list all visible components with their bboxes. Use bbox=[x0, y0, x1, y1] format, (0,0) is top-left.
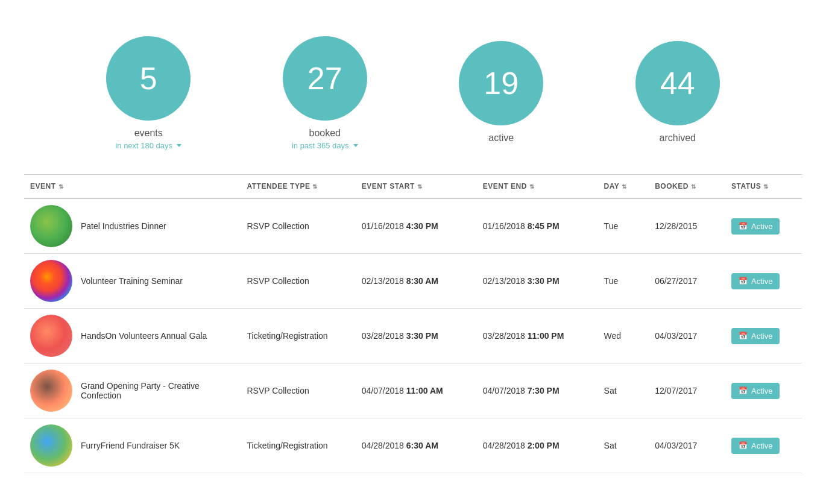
event-cell: Grand Opening Party - Creative Confectio… bbox=[24, 364, 241, 418]
booked-cell: 04/03/2017 bbox=[649, 418, 725, 473]
event-start-cell: 03/28/2018 3:30 PM bbox=[356, 309, 477, 364]
calendar-icon: 📅 bbox=[739, 277, 748, 285]
event-end-cell: 03/28/2018 11:00 PM bbox=[477, 309, 598, 364]
table-row[interactable]: HandsOn Volunteers Annual GalaTicketing/… bbox=[24, 309, 802, 364]
start-time: 3:30 PM bbox=[406, 331, 438, 341]
event-name: HandsOn Volunteers Annual Gala bbox=[81, 331, 207, 341]
event-start-cell: 04/07/2018 11:00 AM bbox=[356, 364, 477, 418]
chevron-down-icon bbox=[353, 144, 358, 147]
col-header-booked[interactable]: BOOKED⇅ bbox=[649, 175, 725, 199]
stat-circle-events: 5 bbox=[106, 36, 191, 121]
stat-number-events: 5 bbox=[140, 60, 157, 96]
event-end-cell: 04/07/2018 7:30 PM bbox=[477, 364, 598, 418]
calendar-icon: 📅 bbox=[739, 222, 748, 230]
event-end-cell: 04/28/2018 2:00 PM bbox=[477, 418, 598, 473]
status-badge[interactable]: 📅Active bbox=[731, 328, 780, 344]
attendee-type-cell: Ticketing/Registration bbox=[241, 418, 356, 473]
col-header-event_start[interactable]: EVENT START⇅ bbox=[356, 175, 477, 199]
start-time: 6:30 AM bbox=[406, 441, 438, 450]
start-time: 11:00 AM bbox=[406, 386, 443, 395]
sort-icon: ⇅ bbox=[622, 183, 627, 190]
table-header-row: EVENT⇅ATTENDEE TYPE⇅EVENT START⇅EVENT EN… bbox=[24, 175, 802, 199]
sort-icon: ⇅ bbox=[58, 183, 64, 190]
stat-sublabel-events[interactable]: in next 180 days bbox=[115, 141, 181, 150]
stat-sublabel-booked[interactable]: in past 365 days bbox=[292, 141, 358, 150]
events-page: 5eventsin next 180 days27bookedin past 3… bbox=[0, 0, 826, 504]
status-badge[interactable]: 📅Active bbox=[731, 438, 780, 454]
col-header-status[interactable]: STATUS⇅ bbox=[725, 175, 802, 199]
end-time: 2:00 PM bbox=[528, 441, 560, 450]
status-cell: 📅Active bbox=[725, 198, 802, 254]
stat-label-booked: booked bbox=[309, 128, 341, 139]
event-thumbnail bbox=[30, 205, 72, 247]
event-cell: HandsOn Volunteers Annual Gala bbox=[24, 309, 241, 364]
event-end-cell: 01/16/2018 8:45 PM bbox=[477, 198, 598, 254]
event-thumbnail bbox=[30, 315, 72, 357]
event-start-cell: 04/28/2018 6:30 AM bbox=[356, 418, 477, 473]
stat-item-booked: 27bookedin past 365 days bbox=[283, 36, 367, 150]
events-table: EVENT⇅ATTENDEE TYPE⇅EVENT START⇅EVENT EN… bbox=[24, 174, 802, 473]
sort-icon: ⇅ bbox=[691, 183, 696, 190]
stat-label-archived: archived bbox=[660, 133, 696, 143]
event-name: Grand Opening Party - Creative Confectio… bbox=[81, 381, 235, 400]
stat-circle-archived: 44 bbox=[635, 41, 720, 125]
status-cell: 📅Active bbox=[725, 364, 802, 418]
day-cell: Sat bbox=[598, 418, 649, 473]
attendee-type-cell: RSVP Collection bbox=[241, 364, 356, 418]
stat-circle-active: 19 bbox=[459, 41, 543, 125]
booked-cell: 06/27/2017 bbox=[649, 254, 725, 309]
status-badge[interactable]: 📅Active bbox=[731, 218, 780, 235]
sort-icon: ⇅ bbox=[763, 183, 769, 190]
status-cell: 📅Active bbox=[725, 309, 802, 364]
booked-cell: 12/28/2015 bbox=[649, 198, 725, 254]
stat-item-active: 19active bbox=[459, 41, 543, 146]
event-name: FurryFriend Fundraiser 5K bbox=[81, 441, 180, 450]
event-cell: FurryFriend Fundraiser 5K bbox=[24, 418, 241, 473]
status-cell: 📅Active bbox=[725, 418, 802, 473]
stat-number-booked: 27 bbox=[307, 60, 342, 96]
table-row[interactable]: Volunteer Training SeminarRSVP Collectio… bbox=[24, 254, 802, 309]
sort-icon: ⇅ bbox=[529, 183, 535, 190]
col-header-day[interactable]: DAY⇅ bbox=[598, 175, 649, 199]
stat-item-archived: 44archived bbox=[635, 41, 720, 146]
event-thumbnail bbox=[30, 260, 72, 302]
event-thumbnail bbox=[30, 370, 72, 412]
calendar-icon: 📅 bbox=[739, 332, 748, 340]
calendar-icon: 📅 bbox=[739, 386, 748, 395]
status-cell: 📅Active bbox=[725, 254, 802, 309]
stat-circle-booked: 27 bbox=[283, 36, 367, 121]
event-cell: Volunteer Training Seminar bbox=[24, 254, 241, 309]
sort-icon: ⇅ bbox=[417, 183, 423, 190]
status-badge[interactable]: 📅Active bbox=[731, 383, 780, 399]
booked-cell: 04/03/2017 bbox=[649, 309, 725, 364]
event-cell: Patel Industries Dinner bbox=[24, 198, 241, 254]
stat-label-active: active bbox=[488, 133, 514, 143]
col-header-attendee_type[interactable]: ATTENDEE TYPE⇅ bbox=[241, 175, 356, 199]
chevron-down-icon bbox=[177, 144, 181, 147]
start-time: 4:30 PM bbox=[406, 221, 438, 231]
day-cell: Tue bbox=[598, 198, 649, 254]
day-cell: Wed bbox=[598, 309, 649, 364]
start-time: 8:30 AM bbox=[406, 276, 438, 286]
end-time: 8:45 PM bbox=[528, 221, 560, 231]
table-row[interactable]: FurryFriend Fundraiser 5KTicketing/Regis… bbox=[24, 418, 802, 473]
table-row[interactable]: Patel Industries DinnerRSVP Collection01… bbox=[24, 198, 802, 254]
event-name: Volunteer Training Seminar bbox=[81, 276, 183, 286]
event-thumbnail bbox=[30, 424, 72, 467]
event-start-cell: 01/16/2018 4:30 PM bbox=[356, 198, 477, 254]
attendee-type-cell: RSVP Collection bbox=[241, 198, 356, 254]
stat-item-events: 5eventsin next 180 days bbox=[106, 36, 191, 150]
calendar-icon: 📅 bbox=[739, 441, 748, 450]
attendee-type-cell: RSVP Collection bbox=[241, 254, 356, 309]
col-header-event[interactable]: EVENT⇅ bbox=[24, 175, 241, 199]
day-cell: Tue bbox=[598, 254, 649, 309]
status-badge[interactable]: 📅Active bbox=[731, 273, 780, 289]
attendee-type-cell: Ticketing/Registration bbox=[241, 309, 356, 364]
table-row[interactable]: Grand Opening Party - Creative Confectio… bbox=[24, 364, 802, 418]
stats-row: 5eventsin next 180 days27bookedin past 3… bbox=[24, 36, 802, 150]
stat-number-active: 19 bbox=[484, 65, 519, 101]
event-start-cell: 02/13/2018 8:30 AM bbox=[356, 254, 477, 309]
sort-icon: ⇅ bbox=[312, 183, 318, 190]
day-cell: Sat bbox=[598, 364, 649, 418]
col-header-event_end[interactable]: EVENT END⇅ bbox=[477, 175, 598, 199]
